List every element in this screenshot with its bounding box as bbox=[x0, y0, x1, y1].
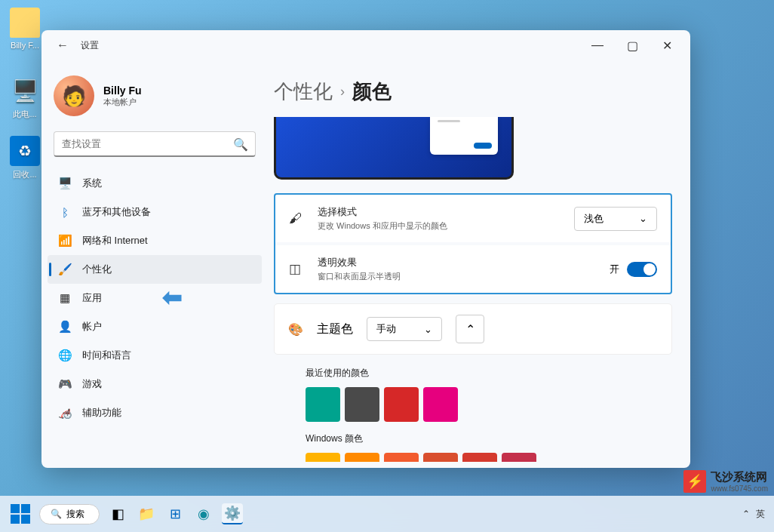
brush-icon: 🖌 bbox=[289, 211, 304, 226]
chevron-up-icon: ⌃ bbox=[465, 322, 475, 337]
nav-label: 游戏 bbox=[82, 377, 102, 391]
nav: 🖥️系统 ᛒ蓝牙和其他设备 📶网络和 Internet 🖌️个性化 ▦应用 👤帐… bbox=[48, 169, 262, 459]
taskbar-store[interactable]: ⊞ bbox=[164, 503, 186, 524]
color-swatch[interactable] bbox=[345, 453, 379, 462]
taskbar-explorer[interactable]: 📁 bbox=[136, 503, 157, 524]
nav-label: 应用 bbox=[82, 291, 102, 305]
nav-apps[interactable]: ▦应用 bbox=[48, 284, 262, 312]
profile-sub: 本地帐户 bbox=[103, 97, 142, 108]
color-swatch[interactable] bbox=[384, 453, 419, 462]
search-box: 🔍 bbox=[54, 131, 256, 157]
brush-icon: 🖌️ bbox=[58, 263, 72, 276]
highlight-annotation: 🖌 选择模式 更改 Windows 和应用中显示的颜色 浅色 ⌄ ◫ 透明效果 … bbox=[274, 193, 672, 294]
pc-icon: 🖥️ bbox=[10, 75, 40, 106]
taskbar: 🔍 搜索 ◧ 📁 ⊞ ◉ ⚙️ ⌃ 英 bbox=[0, 496, 774, 532]
recent-colors-label: 最近使用的颜色 bbox=[306, 367, 672, 380]
color-swatch[interactable] bbox=[423, 453, 458, 462]
desktop-icon-label: 回收... bbox=[6, 169, 44, 180]
maximize-button[interactable]: ▢ bbox=[615, 33, 650, 57]
recent-swatches bbox=[306, 387, 672, 422]
setting-desc: 更改 Windows 和应用中显示的颜色 bbox=[318, 220, 561, 232]
person-icon: 👤 bbox=[58, 320, 72, 334]
mode-select[interactable]: 浅色 ⌄ bbox=[574, 207, 657, 231]
game-icon: 🎮 bbox=[58, 377, 72, 391]
desktop-icon-label: 此电... bbox=[6, 109, 44, 120]
settings-window: ← 设置 — ▢ ✕ 🧑 Billy Fu 本地帐户 🔍 🖥️系统 bbox=[41, 30, 690, 468]
desktop-icon-folder[interactable]: Billy F... bbox=[6, 8, 44, 50]
breadcrumb: 个性化 › 颜色 bbox=[274, 72, 672, 117]
setting-title: 选择模式 bbox=[318, 205, 561, 219]
desktop-icon-recycle-bin[interactable]: ♻ 回收... bbox=[6, 136, 44, 180]
brand-name: 飞沙系统网 bbox=[711, 470, 768, 484]
chevron-down-icon: ⌄ bbox=[424, 324, 432, 335]
sidebar: 🧑 Billy Fu 本地帐户 🔍 🖥️系统 ᛒ蓝牙和其他设备 📶网络和 Int… bbox=[41, 60, 268, 468]
setting-title: 透明效果 bbox=[318, 256, 596, 269]
expand-button[interactable]: ⌃ bbox=[456, 315, 484, 343]
search-icon[interactable]: 🔍 bbox=[233, 137, 248, 152]
nav-network[interactable]: 📶网络和 Internet bbox=[48, 226, 262, 255]
windows-logo-icon bbox=[11, 504, 30, 524]
system-icon: 🖥️ bbox=[58, 177, 72, 190]
taskbar-settings[interactable]: ⚙️ bbox=[222, 503, 243, 524]
nav-system[interactable]: 🖥️系统 bbox=[48, 169, 262, 198]
nav-time-language[interactable]: 🌐时间和语言 bbox=[48, 341, 262, 370]
color-swatch[interactable] bbox=[502, 453, 536, 462]
setting-title: 主题色 bbox=[317, 321, 353, 337]
breadcrumb-current: 颜色 bbox=[352, 78, 392, 105]
profile[interactable]: 🧑 Billy Fu 本地帐户 bbox=[48, 69, 262, 128]
search-icon: 🔍 bbox=[51, 509, 62, 519]
nav-personalization[interactable]: 🖌️个性化 bbox=[48, 255, 262, 284]
windows-swatches bbox=[306, 453, 672, 462]
tray-chevron-icon[interactable]: ⌃ bbox=[742, 509, 750, 519]
nav-label: 蓝牙和其他设备 bbox=[82, 205, 151, 219]
arrow-annotation: ⬅ bbox=[162, 283, 183, 312]
nav-accounts[interactable]: 👤帐户 bbox=[48, 312, 262, 341]
nav-label: 网络和 Internet bbox=[82, 234, 148, 248]
start-button[interactable] bbox=[9, 503, 32, 525]
nav-label: 辅助功能 bbox=[82, 406, 121, 420]
color-swatch[interactable] bbox=[423, 387, 458, 422]
color-swatch[interactable] bbox=[384, 387, 419, 422]
breadcrumb-parent[interactable]: 个性化 bbox=[274, 78, 333, 105]
setting-accent-color[interactable]: 🎨 主题色 手动 ⌄ ⌃ bbox=[274, 303, 672, 355]
task-view-button[interactable]: ◧ bbox=[107, 503, 128, 524]
minimize-button[interactable]: — bbox=[580, 33, 615, 57]
setting-transparency[interactable]: ◫ 透明效果 窗口和表面显示半透明 开 bbox=[275, 245, 671, 293]
nav-label: 帐户 bbox=[82, 320, 102, 334]
windows-colors-label: Windows 颜色 bbox=[306, 432, 672, 445]
taskbar-search[interactable]: 🔍 搜索 bbox=[39, 504, 100, 524]
color-swatch[interactable] bbox=[306, 453, 340, 462]
titlebar: ← 设置 — ▢ ✕ bbox=[41, 30, 690, 60]
recycle-icon: ♻ bbox=[10, 136, 40, 166]
color-swatch[interactable] bbox=[306, 387, 340, 422]
close-button[interactable]: ✕ bbox=[650, 33, 684, 57]
setting-desc: 窗口和表面显示半透明 bbox=[318, 271, 596, 282]
wifi-icon: 📶 bbox=[58, 234, 72, 248]
brand-watermark: ⚡ 飞沙系统网 www.fs0745.com bbox=[683, 470, 768, 493]
nav-gaming[interactable]: 🎮游戏 bbox=[48, 370, 262, 398]
globe-icon: 🌐 bbox=[58, 349, 72, 362]
accessibility-icon: 🦽 bbox=[58, 406, 72, 420]
content: 个性化 › 颜色 🖌 选择模式 更改 Windows 和应用中显示的颜色 浅色 … bbox=[268, 60, 690, 468]
window-title: 设置 bbox=[81, 39, 99, 52]
nav-bluetooth[interactable]: ᛒ蓝牙和其他设备 bbox=[48, 198, 262, 226]
transparency-toggle[interactable] bbox=[627, 262, 657, 277]
color-swatch[interactable] bbox=[345, 387, 379, 422]
desktop-icon-this-pc[interactable]: 🖥️ 此电... bbox=[6, 75, 44, 120]
bluetooth-icon: ᛒ bbox=[58, 205, 72, 219]
brand-url: www.fs0745.com bbox=[711, 484, 768, 493]
accent-value: 手动 bbox=[376, 322, 396, 336]
nav-accessibility[interactable]: 🦽辅助功能 bbox=[48, 398, 262, 427]
accent-select[interactable]: 手动 ⌄ bbox=[367, 317, 442, 341]
palette-icon: 🎨 bbox=[288, 322, 303, 337]
preview-thumbnail bbox=[274, 117, 514, 180]
mode-value: 浅色 bbox=[584, 212, 604, 226]
tray-language[interactable]: 英 bbox=[756, 508, 765, 521]
color-swatch[interactable] bbox=[462, 453, 497, 462]
desktop-icon-label: Billy F... bbox=[6, 41, 44, 50]
setting-choose-mode[interactable]: 🖌 选择模式 更改 Windows 和应用中显示的颜色 浅色 ⌄ bbox=[275, 195, 671, 242]
taskbar-edge[interactable]: ◉ bbox=[193, 503, 214, 524]
back-button[interactable]: ← bbox=[54, 35, 72, 55]
search-input[interactable] bbox=[54, 131, 256, 157]
transparency-icon: ◫ bbox=[289, 261, 304, 277]
